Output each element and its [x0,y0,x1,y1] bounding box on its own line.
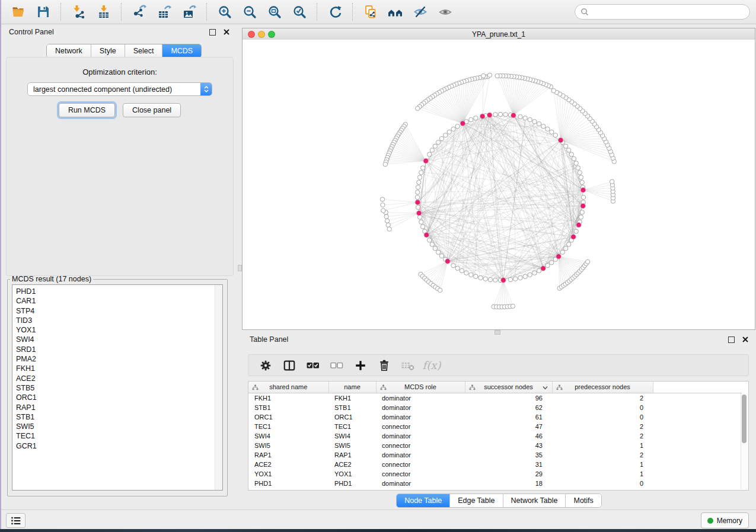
network-node[interactable] [572,156,576,161]
export-network-button[interactable] [127,2,152,22]
tab-network-table[interactable]: Network Table [503,494,566,507]
network-node[interactable] [417,175,422,180]
table-row[interactable]: RAP1RAP1dominator352 [248,450,742,460]
network-node[interactable] [551,88,556,92]
network-node[interactable] [417,180,421,184]
tab-select[interactable]: Select [125,44,163,57]
tab-edge-table[interactable]: Edge Table [450,494,503,507]
column-header-MCDS-role[interactable]: MCDS role [376,382,465,393]
table-row[interactable]: ORC1ORC1dominator610 [248,412,742,422]
network-node[interactable] [518,275,522,280]
network-node[interactable] [574,229,578,233]
network-node[interactable] [579,175,583,180]
network-node[interactable] [430,242,434,246]
network-node[interactable] [553,133,557,137]
network-node[interactable] [474,274,478,278]
network-node[interactable] [416,185,420,189]
network-node[interactable] [518,114,522,118]
mcds-hub-node[interactable] [580,188,586,193]
network-node[interactable] [585,259,589,264]
minimize-window-icon[interactable] [258,31,265,38]
network-node[interactable] [380,197,384,201]
network-node[interactable] [523,274,527,278]
mcds-hub-node[interactable] [445,259,451,264]
memory-button[interactable]: Memory [701,512,749,528]
mcds-result-item[interactable]: FKH1 [16,364,215,373]
mcds-hub-node[interactable] [580,203,586,209]
network-node[interactable] [464,271,468,275]
mcds-result-item[interactable]: STB1 [16,412,215,422]
show-all-button[interactable] [433,2,458,22]
table-row[interactable]: SWI5SWI5connector431 [248,441,742,450]
mcds-result-item[interactable]: SWI5 [16,422,215,431]
deselect-all-button[interactable] [325,357,349,374]
network-node[interactable] [415,195,419,199]
mcds-hub-node[interactable] [487,113,492,118]
network-node[interactable] [428,152,432,156]
tab-node-table[interactable]: Node Table [397,494,450,507]
network-node[interactable] [455,266,460,270]
network-node[interactable] [487,73,492,77]
select-all-button[interactable] [301,357,325,374]
mcds-list-scrollbar[interactable] [215,285,222,490]
network-node[interactable] [384,214,388,219]
mcds-hub-node[interactable] [556,254,562,259]
mcds-result-item[interactable]: SWI4 [16,335,215,344]
network-node[interactable] [433,144,437,148]
mcds-result-item[interactable]: PMA2 [16,354,215,364]
mcds-result-item[interactable]: SRD1 [16,345,215,354]
mcds-hub-node[interactable] [416,210,422,216]
table-row[interactable]: PHD1PHD1dominator180 [248,479,742,488]
network-node[interactable] [508,277,512,281]
apply-layout-button[interactable] [323,2,347,22]
new-network-from-selection-button[interactable] [358,2,383,22]
tab-motifs[interactable]: Motifs [566,494,601,507]
mcds-hub-node[interactable] [480,114,485,119]
network-node[interactable] [546,127,550,131]
network-node[interactable] [567,242,571,246]
zoom-out-button[interactable] [237,2,262,22]
tab-network[interactable]: Network [47,44,91,57]
network-node[interactable] [381,203,385,207]
table-row[interactable]: FKH1FKH1dominator962 [248,393,742,403]
mcds-hub-node[interactable] [460,121,465,126]
network-node[interactable] [579,215,583,219]
network-node[interactable] [493,113,497,117]
network-node[interactable] [387,227,391,231]
network-canvas[interactable] [243,40,755,329]
open-file-button[interactable] [6,2,31,22]
mcds-result-item[interactable]: TEC1 [16,431,215,441]
criterion-dropdown[interactable]: largest connected component (undirected) [27,82,212,96]
network-node[interactable] [386,223,390,227]
export-image-button[interactable] [177,2,202,22]
network-node[interactable] [580,180,584,184]
splitter-handle[interactable] [238,265,242,271]
network-node[interactable] [546,264,550,268]
mcds-hub-node[interactable] [424,232,429,238]
network-node[interactable] [581,195,585,199]
close-panel-button[interactable]: Close panel [123,103,181,117]
network-node[interactable] [576,166,580,170]
network-node[interactable] [495,73,499,78]
task-history-button[interactable] [6,513,25,528]
function-builder-button[interactable]: f(x) [420,357,444,374]
network-node[interactable] [550,130,554,134]
mcds-result-item[interactable]: CAR1 [16,296,215,306]
network-node[interactable] [528,273,532,277]
mcds-result-item[interactable]: YOX1 [16,325,215,335]
network-node[interactable] [385,219,389,223]
network-node[interactable] [483,277,487,281]
mcds-hub-node[interactable] [511,113,516,118]
network-node[interactable] [567,148,571,152]
network-node[interactable] [532,120,537,124]
column-header-name[interactable]: name [328,382,376,393]
network-node[interactable] [493,278,497,282]
mcds-hub-node[interactable] [415,200,420,205]
vertical-splitter[interactable] [237,24,242,509]
network-node[interactable] [564,144,568,148]
network-node[interactable] [420,225,425,229]
tab-style[interactable]: Style [91,44,125,57]
network-node[interactable] [474,116,478,120]
horizontal-splitter-handle[interactable] [495,330,500,335]
save-session-button[interactable] [31,2,56,22]
